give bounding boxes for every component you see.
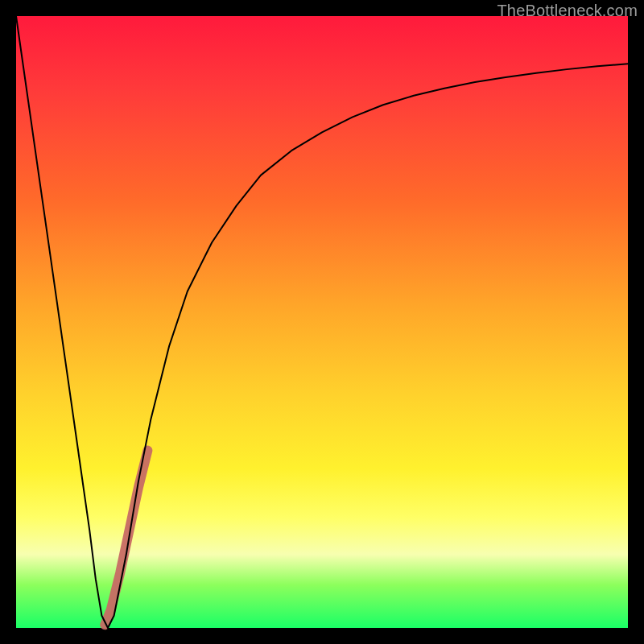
bottleneck-curve	[16, 16, 628, 628]
chart-stage: TheBottleneck.com	[0, 0, 644, 644]
chart-svg	[16, 16, 628, 628]
watermark-text: TheBottleneck.com	[497, 2, 638, 20]
highlight-segment	[105, 451, 147, 625]
chart-plot-area	[16, 16, 628, 628]
